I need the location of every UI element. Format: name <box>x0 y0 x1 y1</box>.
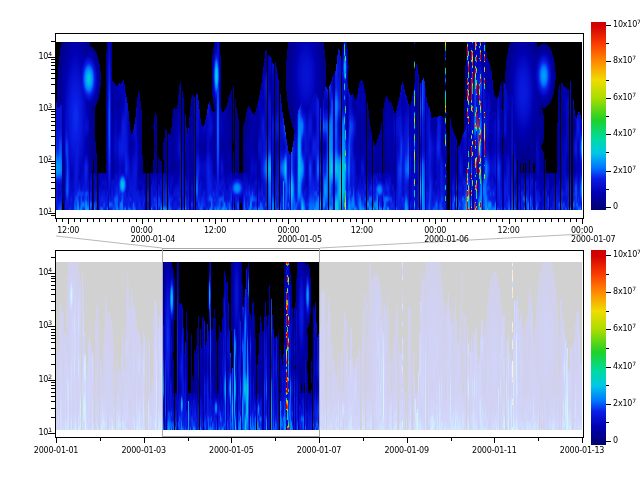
x-axis-tick <box>319 438 320 443</box>
y-axis-tick <box>51 354 55 355</box>
colorbar-minor-tick <box>606 80 609 81</box>
colorbar-tick <box>606 25 611 26</box>
y-tick-label: 104 <box>28 52 52 61</box>
x-axis-tick <box>386 219 387 222</box>
x-axis-tick <box>576 219 577 222</box>
y-axis-tick <box>51 173 55 174</box>
zoom-spectrogram-plot[interactable] <box>56 42 582 210</box>
x-axis-tick <box>539 219 540 222</box>
colorbar-minor-tick <box>606 116 609 117</box>
x-axis-tick <box>111 219 112 222</box>
y-axis-tick <box>51 130 55 131</box>
x-axis-tick <box>325 219 326 222</box>
x-axis-tick <box>68 219 69 224</box>
x-axis-tick <box>356 219 357 222</box>
y-axis-tick <box>51 364 55 365</box>
x-axis-tick <box>99 219 100 222</box>
x-axis-tick <box>80 219 81 222</box>
x-axis-tick <box>188 438 189 441</box>
x-tick-label: 00:00 <box>417 226 453 235</box>
x-axis-tick <box>441 219 442 222</box>
colorbar-minor-tick <box>606 274 609 275</box>
x-axis-tick <box>538 438 539 441</box>
y-axis-tick <box>51 294 55 295</box>
x-axis-tick <box>533 219 534 222</box>
y-axis-tick <box>51 62 55 63</box>
y-axis-tick <box>51 408 55 409</box>
colorbar-tick-label: 10x107 <box>613 20 640 29</box>
x-axis-tick <box>521 219 522 222</box>
x-axis-tick <box>123 219 124 222</box>
colorbar-tick-label: 4x107 <box>613 129 636 138</box>
y-axis-tick <box>51 177 55 178</box>
x-date-label: 2000-01-07 <box>571 235 616 244</box>
colorbar-tick-label: 6x107 <box>613 324 636 333</box>
x-axis-tick <box>484 219 485 222</box>
x-axis-tick <box>166 219 167 222</box>
colorbar-tick-label: 6x107 <box>613 93 636 102</box>
y-axis-tick <box>51 257 55 258</box>
colorbar-tick-label: 0 <box>613 436 618 445</box>
x-axis-tick <box>392 219 393 222</box>
y-axis-tick <box>51 401 55 402</box>
x-axis-tick <box>56 438 57 443</box>
x-axis-tick <box>307 219 308 222</box>
x-date-label: 2000-01-05 <box>277 235 322 244</box>
x-axis-tick <box>558 219 559 222</box>
x-axis-tick <box>494 438 495 443</box>
y-axis-tick <box>51 197 55 198</box>
zoom-selection-box[interactable] <box>162 248 320 437</box>
colorbar-tick <box>606 98 611 99</box>
y-axis-tick <box>51 392 55 393</box>
x-axis-tick <box>350 219 351 222</box>
y-axis-tick <box>51 136 55 137</box>
x-axis-tick <box>154 219 155 222</box>
x-axis-tick <box>93 219 94 222</box>
x-axis-tick <box>407 438 408 443</box>
colorbar-bottom <box>591 250 606 445</box>
y-axis-tick <box>51 348 55 349</box>
colorbar-tick <box>606 404 611 405</box>
x-tick-label: 2000-01-05 <box>201 446 261 455</box>
colorbar-tick <box>606 292 611 293</box>
x-axis-tick <box>282 219 283 222</box>
x-axis-tick <box>301 219 302 222</box>
colorbar-tick-label: 2x107 <box>613 166 636 175</box>
x-axis-tick <box>478 219 479 222</box>
x-tick-label: 12:00 <box>197 226 233 235</box>
x-axis-tick <box>74 219 75 222</box>
x-tick-label: 12:00 <box>50 226 86 235</box>
x-axis-tick <box>191 219 192 222</box>
y-tick-label: 101 <box>28 208 52 217</box>
x-axis-tick <box>264 219 265 222</box>
x-axis-tick <box>337 219 338 222</box>
x-axis-tick <box>435 219 436 224</box>
x-axis-tick <box>129 219 130 222</box>
x-axis-tick <box>231 438 232 443</box>
x-axis-tick <box>551 219 552 222</box>
x-axis-tick <box>515 219 516 222</box>
y-tick-label: 102 <box>28 375 52 384</box>
x-tick-label: 12:00 <box>491 226 527 235</box>
y-axis-tick <box>51 169 55 170</box>
x-axis-tick <box>368 219 369 222</box>
x-axis-tick <box>405 219 406 222</box>
x-tick-label: 00:00 <box>124 226 160 235</box>
x-axis-tick <box>331 219 332 222</box>
colorbar-tick-label: 8x107 <box>613 56 636 65</box>
y-axis-tick <box>51 93 55 94</box>
colorbar-tick-label: 8x107 <box>613 287 636 296</box>
y-tick-label: 102 <box>28 156 52 165</box>
colorbar-minor-tick <box>606 189 609 190</box>
x-tick-label: 2000-01-01 <box>26 446 86 455</box>
x-axis-tick <box>496 219 497 222</box>
x-axis-tick <box>374 219 375 222</box>
colorbar-tick <box>606 207 611 208</box>
y-axis-tick <box>51 117 55 118</box>
x-axis-tick <box>564 219 565 222</box>
colorbar-minor-tick <box>606 152 609 153</box>
x-axis-tick <box>215 219 216 224</box>
x-axis-tick <box>295 219 296 222</box>
x-axis-tick <box>56 219 57 222</box>
y-tick-label: 103 <box>28 104 52 113</box>
